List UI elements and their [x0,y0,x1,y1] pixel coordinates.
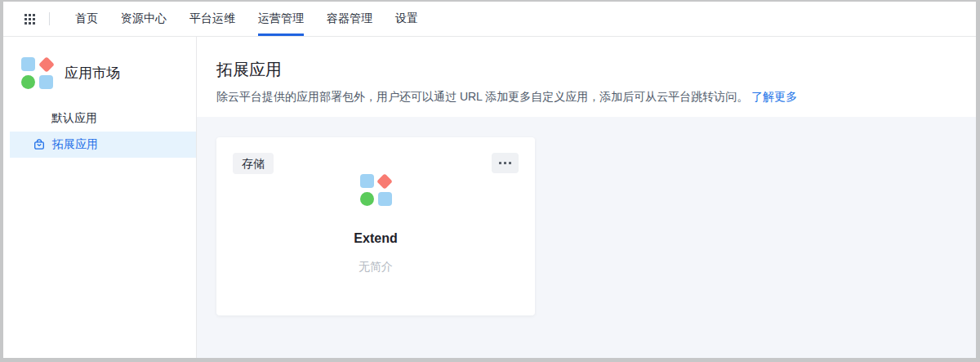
nav-item-operation-management[interactable]: 运营管理 [247,2,315,36]
nav-item-resource-center[interactable]: 资源中心 [109,2,178,36]
page-description: 除云平台提供的应用部署包外，用户还可以通过 URL 添加更多自定义应用，添加后可… [216,88,956,105]
sidebar-menu: 默认应用 拓展应用 [3,105,196,158]
main-area: 拓展应用 除云平台提供的应用部署包外，用户还可以通过 URL 添加更多自定义应用… [197,37,976,358]
logo-square-shape [21,57,35,71]
sidebar-item-label: 默认应用 [51,111,97,126]
sidebar-title: 应用市场 [65,64,120,83]
bag-icon [33,138,46,151]
top-navigation-bar: 首页 资源中心 平台运维 运营管理 容器管理 设置 [3,2,976,37]
app-card-extend[interactable]: 存储 Extend 无 [216,137,535,315]
logo-square-shape [378,192,392,206]
page-header: 拓展应用 除云平台提供的应用部署包外，用户还可以通过 URL 添加更多自定义应用… [197,37,976,117]
topbar-divider [49,12,50,25]
ellipsis-icon [499,162,501,164]
ellipsis-icon [504,162,506,164]
sidebar-item-extended-apps[interactable]: 拓展应用 [10,132,196,158]
extend-app-logo [360,174,392,206]
logo-diamond-shape [38,56,55,73]
app-grid-icon [24,14,35,25]
logo-square-shape [39,75,53,89]
nav-item-platform-ops[interactable]: 平台运维 [178,2,247,36]
page-description-text: 除云平台提供的应用部署包外，用户还可以通过 URL 添加更多自定义应用，添加后可… [216,90,748,103]
card-logo-wrap [233,174,519,206]
card-app-description: 无简介 [233,260,519,275]
ellipsis-icon [509,162,511,164]
logo-diamond-shape [376,173,393,190]
sidebar-header: 应用市场 [3,37,196,89]
logo-circle-shape [360,192,374,206]
learn-more-link[interactable]: 了解更多 [751,90,797,103]
page-title: 拓展应用 [216,58,956,81]
card-app-name: Extend [233,231,519,246]
app-market-logo [21,57,53,89]
logo-square-shape [360,174,374,188]
nav-item-container-management[interactable]: 容器管理 [315,2,384,36]
content-area: 存储 Extend 无 [197,117,976,358]
app-launcher-button[interactable] [24,2,35,36]
logo-circle-shape [21,75,35,89]
sidebar-item-label: 拓展应用 [52,137,98,152]
card-tag-storage: 存储 [233,153,274,174]
top-nav-menu: 首页 资源中心 平台运维 运营管理 容器管理 设置 [64,2,430,36]
sidebar-item-default-apps[interactable]: 默认应用 [10,105,196,132]
nav-item-settings[interactable]: 设置 [384,2,430,36]
app-window: 首页 资源中心 平台运维 运营管理 容器管理 设置 应用市场 默认应用 [3,2,976,358]
nav-item-home[interactable]: 首页 [64,2,109,36]
sidebar: 应用市场 默认应用 拓展应用 [3,37,197,358]
card-more-button[interactable] [492,153,519,173]
